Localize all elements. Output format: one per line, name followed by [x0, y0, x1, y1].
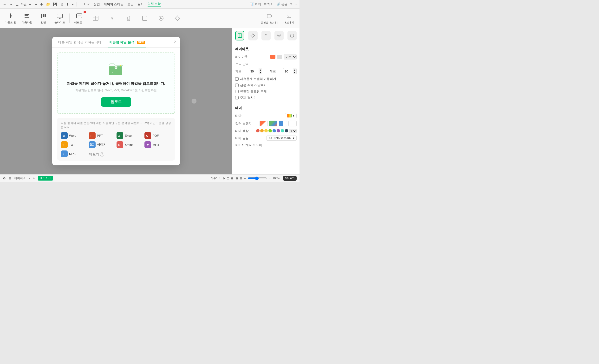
cp-dot-3[interactable]	[264, 129, 268, 133]
top-toolbar: ← → ☰ 파일 ↩ ↪ ⊕ 📁 💾 🖨 ⬆ ▾ 시작 삽입 페이지 스타일 고…	[0, 0, 300, 9]
marker-panel-btn[interactable]	[262, 31, 271, 40]
bottom-icon-2[interactable]: ⊞	[9, 177, 11, 180]
menu-insert[interactable]: 삽입	[94, 2, 100, 7]
save-button[interactable]: 💾	[52, 2, 58, 7]
zoom-slider[interactable]	[248, 177, 267, 180]
file-label[interactable]: 파일	[20, 2, 27, 7]
page-dropdown-icon[interactable]: ▾	[28, 177, 30, 180]
mp3-icon: ♪	[61, 151, 68, 157]
video-export-btn[interactable]: 동영상 내보내기	[260, 10, 279, 27]
cp-dot-5[interactable]	[273, 129, 276, 133]
vertical-up[interactable]: ▲	[293, 68, 296, 71]
bottom-icon-7[interactable]: ⊞	[240, 177, 242, 180]
pitch-btn[interactable]: 📊 피치	[250, 2, 261, 7]
drop-area[interactable]: 파일을 여기에 끌어다 놓거나, 클릭하여 파일을 업로드합니다. 지원되는 업…	[57, 53, 175, 114]
cp-dot-2[interactable]	[260, 129, 264, 133]
add-page-button[interactable]: ⊕	[39, 2, 44, 7]
ai-panel-btn[interactable]	[248, 31, 257, 40]
mindmap-btn[interactable]: 마인드 맵	[3, 10, 18, 27]
branch-opt-3[interactable]	[279, 121, 287, 126]
menu-all-include[interactable]: 일체 포함	[148, 2, 161, 7]
forward-button[interactable]: →	[8, 2, 13, 7]
more-button[interactable]: ▾	[71, 2, 75, 7]
zoom-val[interactable]: 100%	[273, 177, 281, 180]
help-btn[interactable]: ?	[290, 2, 292, 6]
canvas-area[interactable]: › × 다른 파일 형식을 가져옵니다. 지능형 파일 분석 NEW	[0, 28, 232, 174]
post-btn[interactable]: ✉ 게시	[264, 2, 274, 7]
mp4-icon	[144, 141, 151, 148]
color-palette-dropdown[interactable]: ▾	[289, 129, 297, 133]
zoom-out-btn[interactable]: −	[244, 177, 246, 180]
slide-btn[interactable]: 슬라이드	[52, 10, 67, 27]
history-panel-btn[interactable]	[287, 31, 297, 40]
export-button[interactable]: ⬆	[65, 2, 70, 7]
redo-button[interactable]: ↪	[34, 2, 38, 7]
print-button[interactable]: 🖨	[59, 2, 64, 7]
menu-start[interactable]: 시작	[84, 2, 90, 7]
theme-font-label: 테마 글꼴	[235, 136, 249, 140]
share-btn[interactable]: 🔗 공유	[276, 2, 287, 7]
cp-dot-7[interactable]	[281, 129, 284, 133]
table-btn[interactable]	[88, 10, 103, 27]
float-topic-checkbox[interactable]	[235, 90, 238, 93]
cp-dot-6[interactable]	[277, 129, 280, 133]
layout-option-2[interactable]	[277, 55, 282, 59]
shape-btn[interactable]	[137, 10, 152, 27]
bottom-icon-1[interactable]: ⚙	[3, 177, 6, 180]
layout-label: 레이아웃	[235, 55, 248, 59]
bottom-icon-6[interactable]: ⊟	[236, 177, 238, 180]
tab-other-format[interactable]: 다른 파일 형식을 가져옵니다.	[57, 37, 103, 47]
toolbar-sep-1	[77, 2, 77, 7]
more-button[interactable]: 더 보기 ?	[89, 151, 116, 157]
folder-button[interactable]: 📁	[45, 2, 51, 7]
cp-dot-4[interactable]	[268, 129, 272, 133]
tab-ai-analysis[interactable]: 지능형 파일 분석 NEW	[108, 37, 146, 47]
horizontal-input[interactable]: 30	[249, 68, 259, 74]
ai-btn[interactable]	[170, 10, 185, 27]
vertical-down[interactable]: ▼	[293, 71, 296, 74]
bottom-icon-4[interactable]: ⊡	[227, 177, 229, 180]
branch-opt-1[interactable]	[260, 121, 268, 126]
media-btn[interactable]	[153, 10, 169, 27]
add-page-bottom-btn[interactable]: +	[33, 176, 35, 181]
menu-advanced[interactable]: 고급	[127, 2, 134, 7]
font-select[interactable]: Aa Noto sans KR ▾	[266, 135, 297, 141]
cp-dot-8[interactable]	[285, 129, 288, 133]
upload-button[interactable]: 업로드	[101, 97, 131, 107]
edro-btn[interactable]: 에드로...	[71, 10, 87, 27]
page-tag[interactable]: 페이지-1	[38, 176, 53, 181]
svg-rect-9	[43, 14, 44, 17]
bottom-icon-3[interactable]: ⊙	[222, 177, 225, 180]
free-branch-checkbox[interactable]	[235, 77, 238, 81]
horizontal-up[interactable]: ▲	[259, 68, 262, 71]
panel-icons	[235, 31, 297, 40]
export-final-btn[interactable]: 내보내기	[281, 10, 297, 27]
clip-btn[interactable]	[121, 10, 136, 27]
layout-dropdown[interactable]: 기본	[284, 54, 297, 60]
theme-select[interactable]: ▾	[285, 113, 297, 118]
settings-panel-btn[interactable]	[274, 31, 284, 40]
menu-view[interactable]: 보기	[137, 2, 144, 7]
branch-opt-2[interactable]	[269, 121, 277, 126]
cp-dot-1[interactable]	[256, 129, 260, 133]
branch-opt-4[interactable]	[288, 121, 297, 126]
bottom-icon-5[interactable]: ⊠	[231, 177, 234, 180]
page-label[interactable]: 페이지-1	[14, 176, 26, 180]
back-button[interactable]: ←	[2, 2, 7, 7]
zoom-in-btn[interactable]: +	[269, 177, 271, 180]
modal-close-button[interactable]: ×	[174, 39, 176, 44]
text-btn[interactable]: A	[104, 10, 120, 27]
undo-button[interactable]: ↩	[28, 2, 33, 7]
outline-btn[interactable]: 아웃라인	[19, 10, 35, 27]
overlap-row: 주제 겹치기	[235, 96, 297, 100]
vertical-input[interactable]: 30	[283, 68, 293, 74]
layout-option-1[interactable]	[270, 55, 275, 59]
layout-panel-btn[interactable]	[235, 31, 244, 40]
related-topic-checkbox[interactable]	[235, 84, 238, 87]
horizontal-down[interactable]: ▼	[259, 71, 262, 74]
hamburger-icon[interactable]: ☰	[14, 2, 19, 7]
overlap-checkbox[interactable]	[235, 96, 238, 99]
menu-page-style[interactable]: 페이지 스타일	[104, 2, 123, 7]
expand-btn[interactable]: ⌄	[295, 2, 298, 6]
kanban-btn[interactable]: 칸반	[36, 10, 51, 27]
